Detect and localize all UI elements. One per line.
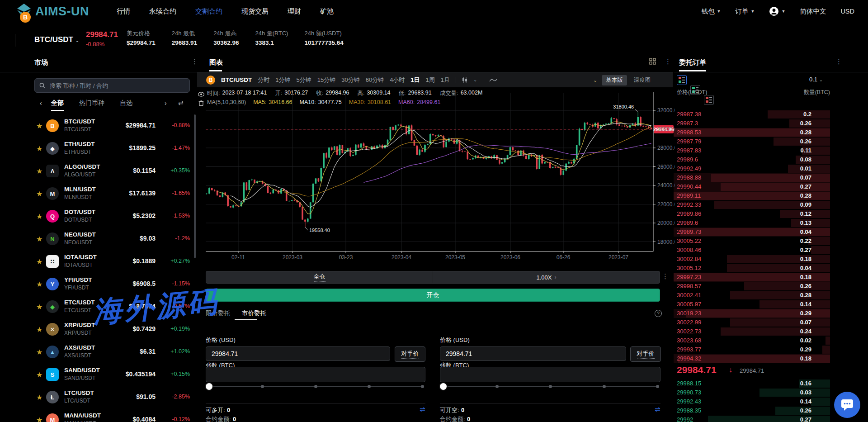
favorite-star-icon[interactable]: ★ <box>36 393 42 402</box>
nav-item-交割合约[interactable]: 交割合约 <box>195 7 222 16</box>
favorite-star-icon[interactable]: ★ <box>36 370 42 379</box>
sell-order-row[interactable]: 30005.970.14 <box>674 300 830 309</box>
orders-menu[interactable]: 订单▼ <box>736 7 755 16</box>
list-item-ETH/USDT[interactable]: ★◆ETH/USDTETH/USDT$1899.25-1.47% <box>0 137 199 160</box>
long-amount-slider[interactable] <box>209 386 422 387</box>
favorite-star-icon[interactable]: ★ <box>36 144 42 153</box>
timeframe-分时[interactable]: 分时 <box>258 76 269 84</box>
short-price-input[interactable] <box>440 346 626 361</box>
timeframe-1日[interactable]: 1日 <box>410 76 420 84</box>
sell-order-row[interactable]: 30019.230.29 <box>674 309 830 318</box>
counter-price-button[interactable]: 对手价 <box>395 346 425 362</box>
sell-order-row[interactable]: 29989.110.28 <box>674 191 830 200</box>
list-item-XRP/USDT[interactable]: ★✕XRP/USDTXRP/USDT$0.7429+0.19% <box>0 318 199 341</box>
list-item-MLN/USDT[interactable]: ★MMLN/USDTMLN/USDT$17.6139-1.65% <box>0 182 199 205</box>
nav-item-现货交易[interactable]: 现货交易 <box>241 7 269 16</box>
swap-icon[interactable]: ⇌ <box>655 405 660 413</box>
sell-order-row[interactable]: 29988.880.07 <box>674 173 830 182</box>
view-button-基本版[interactable]: 基本版 <box>602 75 627 85</box>
slider-handle[interactable] <box>206 383 212 390</box>
leverage-button[interactable]: 1.00X› <box>433 271 660 283</box>
list-item-LTC/USDT[interactable]: ★ŁLTC/USDTLTC/USDT$91.05-2.85% <box>0 386 199 408</box>
sell-order-row[interactable]: 29987.790.26 <box>674 137 830 146</box>
sell-order-row[interactable]: 29998.570.26 <box>674 282 830 291</box>
sell-order-row[interactable]: 30008.460.27 <box>674 246 830 255</box>
sell-order-row[interactable]: 30002.840.18 <box>674 255 830 264</box>
pair-selector[interactable]: BTC/USDT ⌄ <box>34 35 79 44</box>
buy-order-row[interactable]: 29992.430.14 <box>674 397 830 406</box>
sell-order-row[interactable]: 29992.330.09 <box>674 200 830 209</box>
timeframe-4小时[interactable]: 4小时 <box>390 76 405 84</box>
trade-menu-icon[interactable]: ⋮ <box>662 272 669 280</box>
market-tab-热门币种[interactable]: 热门币种 <box>79 99 104 111</box>
timeframe-30分钟[interactable]: 30分钟 <box>341 76 359 84</box>
favorite-star-icon[interactable]: ★ <box>36 416 42 422</box>
order-tab-市价委托[interactable]: 市价委托 <box>242 309 266 318</box>
nav-item-理财[interactable]: 理财 <box>288 7 301 16</box>
favorite-star-icon[interactable]: ★ <box>36 212 42 221</box>
sell-order-row[interactable]: 29989.860.12 <box>674 209 830 218</box>
sell-order-row[interactable]: 29989.60.08 <box>674 155 830 164</box>
sell-order-row[interactable]: 30022.730.24 <box>674 327 830 336</box>
panel-menu-icon[interactable]: ⋮ <box>665 57 671 66</box>
list-item-ALGO/USDT[interactable]: ★ΛALGO/USDTALGO/USDT$0.1154+0.35% <box>0 160 199 182</box>
wallet-menu[interactable]: 钱包▼ <box>702 7 721 16</box>
order-tab-限价委托[interactable]: 限价委托 <box>206 309 230 318</box>
swap-icon[interactable]: ⇌ <box>420 405 425 413</box>
favorite-star-icon[interactable]: ★ <box>36 280 42 289</box>
short-qty-input[interactable] <box>440 367 660 382</box>
favorite-star-icon[interactable]: ★ <box>36 303 42 311</box>
buy-order-row[interactable]: 299920.27 <box>674 415 830 422</box>
language-select[interactable]: 简体中文 <box>800 7 826 16</box>
list-item-DOT/USDT[interactable]: ★QDOT/USDTDOT/USDT$5.2302-1.53% <box>0 205 199 228</box>
buy-order-row[interactable]: 29988.350.26 <box>674 406 830 415</box>
favorite-star-icon[interactable]: ★ <box>36 167 42 175</box>
counter-price-button[interactable]: 对手价 <box>630 346 661 362</box>
buy-order-row[interactable]: 29988.150.16 <box>674 379 830 388</box>
favorite-star-icon[interactable]: ★ <box>36 348 42 356</box>
chevron-down-icon[interactable]: ⌄ <box>473 77 477 82</box>
nav-item-永续合约[interactable]: 永续合约 <box>149 7 176 16</box>
market-tab-自选[interactable]: 自选 <box>120 99 132 111</box>
sell-order-row[interactable]: 29987.380.2 <box>674 110 830 119</box>
scrollbar-thumb[interactable] <box>194 114 196 258</box>
book-view-both-icon[interactable] <box>677 75 687 85</box>
long-qty-input[interactable] <box>206 367 425 382</box>
open-position-button[interactable]: 开仓 <box>206 289 660 302</box>
favorite-star-icon[interactable]: ★ <box>36 190 42 198</box>
favorite-star-icon[interactable]: ★ <box>36 257 42 266</box>
refresh-icon[interactable]: ⇄ <box>178 99 184 106</box>
search-box[interactable] <box>34 78 190 93</box>
sell-order-row[interactable]: 30023.680.02 <box>674 336 830 345</box>
sell-order-row[interactable]: 29990.440.27 <box>674 182 830 191</box>
list-item-NEO/USDT[interactable]: ★NNEO/USDTNEO/USDT$9.03-1.2% <box>0 228 199 250</box>
list-item-ETC/USDT[interactable]: ★◆ETC/USDTETC/USDT$18.7674-0.57% <box>0 295 199 318</box>
precision-select[interactable]: 0.1 ⌄ <box>809 76 823 83</box>
market-tab-全部[interactable]: 全部 <box>51 99 64 111</box>
line-chart-icon[interactable] <box>489 78 497 82</box>
candlestick-chart[interactable]: 29984.9632000.0030000.0028000.0026000.00… <box>197 89 675 262</box>
help-icon[interactable]: ? <box>655 310 662 317</box>
list-item-BTC/USDT[interactable]: ★BBTC/USDTBTC/USDT$29984.71-0.88% <box>0 114 199 137</box>
layout-grid-icon[interactable] <box>649 58 656 65</box>
nav-item-行情[interactable]: 行情 <box>117 7 130 16</box>
chat-bubble-button[interactable] <box>834 392 860 418</box>
view-button-深度图[interactable]: 深度图 <box>630 75 655 85</box>
tabs-next-icon[interactable]: › <box>165 100 167 107</box>
favorite-star-icon[interactable]: ★ <box>36 325 42 334</box>
currency-select[interactable]: USD <box>840 8 854 15</box>
list-item-IOTA/USDT[interactable]: ★∷IOTA/USDTIOTA/USDT$0.1889+0.27% <box>0 250 199 273</box>
timeframe-60分钟[interactable]: 60分钟 <box>366 76 384 84</box>
nav-item-矿池[interactable]: 矿池 <box>320 7 334 16</box>
timeframe-1月[interactable]: 1月 <box>441 76 450 84</box>
sell-order-row[interactable]: 30002.410.28 <box>674 291 830 300</box>
candle-type-icon[interactable] <box>462 77 467 83</box>
list-item-MANA/USDT[interactable]: ★MMANA/USDTMANA/USDT$0.4084-0.12% <box>0 408 199 422</box>
favorite-star-icon[interactable]: ★ <box>36 235 42 243</box>
chevron-down-icon[interactable]: ⌄ <box>593 77 597 83</box>
timeframe-1周[interactable]: 1周 <box>426 76 435 84</box>
sell-order-row[interactable]: 29988.530.28 <box>674 128 830 137</box>
buy-order-row[interactable]: 29990.730.03 <box>674 388 830 397</box>
favorite-star-icon[interactable]: ★ <box>36 122 42 130</box>
tabs-prev-icon[interactable]: ‹ <box>40 100 42 107</box>
